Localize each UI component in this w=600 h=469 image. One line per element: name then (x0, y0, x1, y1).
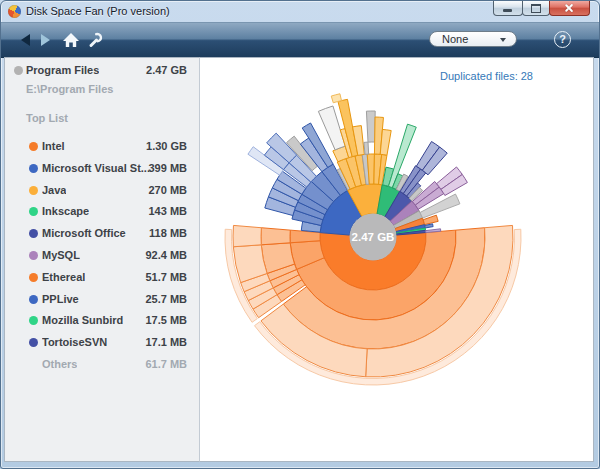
top-list-item[interactable]: Intel1.30 GB (5, 140, 199, 155)
close-icon (565, 4, 573, 12)
app-pie-icon (8, 5, 21, 18)
top-list-item[interactable]: TortoiseSVN17.1 MB (5, 336, 199, 351)
chevron-down-icon (500, 38, 506, 42)
item-color-dot-icon (29, 186, 38, 195)
item-size: 92.4 MB (145, 249, 187, 261)
window-title: Disk Space Fan (Pro version) (26, 5, 170, 17)
item-size: 17.1 MB (145, 336, 187, 348)
item-color-dot-icon (29, 164, 38, 173)
item-label: Mozilla Sunbird (42, 314, 123, 326)
close-button[interactable] (549, 1, 590, 16)
current-folder-size: 2.47 GB (146, 64, 187, 76)
maximize-icon (531, 4, 541, 13)
filter-dropdown[interactable]: None (429, 31, 517, 47)
item-size: 399 MB (148, 162, 187, 174)
item-label: Others (42, 358, 77, 370)
item-size: 51.7 MB (145, 271, 187, 283)
top-list-item[interactable]: Ethereal51.7 MB (5, 271, 199, 286)
sidebar: Program Files 2.47 GB E:\Program Files T… (4, 57, 200, 462)
top-list-item[interactable]: PPLive25.7 MB (5, 293, 199, 308)
item-size: 61.7 MB (145, 358, 187, 370)
toolbar: None ? (1, 22, 599, 58)
item-size: 1.30 GB (146, 140, 187, 152)
chart-segment[interactable] (261, 228, 290, 245)
chart-segment[interactable] (331, 94, 341, 103)
item-label: Inkscape (42, 205, 89, 217)
item-label: Intel (42, 140, 65, 152)
fan-chart[interactable]: 2.47 GB (200, 58, 594, 463)
item-label: Ethereal (42, 271, 85, 283)
title-bar[interactable]: Disk Space Fan (Pro version) (1, 1, 599, 22)
top-list-item[interactable]: MySQL92.4 MB (5, 249, 199, 264)
chart-center-label: 2.47 GB (352, 231, 395, 243)
current-folder-path: E:\Program Files (26, 83, 113, 95)
item-color-dot-icon (29, 295, 38, 304)
item-size: 270 MB (148, 184, 187, 196)
help-button[interactable]: ? (554, 31, 571, 48)
item-size: 25.7 MB (145, 293, 187, 305)
current-folder-label: Program Files (26, 64, 99, 76)
forward-button[interactable] (41, 34, 50, 46)
maximize-button[interactable] (522, 1, 550, 16)
item-color-dot-icon (29, 207, 38, 216)
top-list-item[interactable]: Others61.7 MB (5, 358, 199, 373)
settings-button[interactable] (87, 31, 105, 49)
top-list-item[interactable]: Microsoft Office118 MB (5, 227, 199, 242)
chart-segment[interactable] (233, 225, 261, 246)
item-color-dot-icon (29, 142, 38, 151)
item-label: PPLive (42, 293, 79, 305)
item-label: Microsoft Office (42, 227, 126, 239)
item-color-dot-icon (29, 229, 38, 238)
item-color-dot-icon (29, 251, 38, 260)
item-size: 118 MB (149, 227, 187, 239)
item-label: Microsoft Visual St... (42, 162, 150, 174)
item-label: MySQL (42, 249, 80, 261)
folder-color-dot-icon (14, 66, 23, 75)
chart-segment[interactable] (380, 129, 391, 155)
chart-segment[interactable] (366, 111, 375, 142)
filter-dropdown-value: None (442, 33, 468, 45)
top-list-item[interactable]: Inkscape143 MB (5, 205, 199, 220)
item-label: TortoiseSVN (42, 336, 107, 348)
item-color-dot-icon (29, 316, 38, 325)
minimize-button[interactable] (493, 1, 523, 16)
home-icon (63, 33, 79, 47)
caption-buttons (494, 1, 590, 16)
home-button[interactable] (62, 31, 80, 49)
top-list-heading: Top List (26, 112, 68, 124)
item-size: 143 MB (148, 205, 187, 217)
top-list-item[interactable]: Microsoft Visual St...399 MB (5, 162, 199, 177)
item-size: 17.5 MB (145, 314, 187, 326)
item-label: Java (42, 184, 66, 196)
top-list-item[interactable]: Mozilla Sunbird17.5 MB (5, 314, 199, 329)
item-color-dot-icon (29, 273, 38, 282)
item-color-dot-icon (29, 338, 38, 347)
top-list-item[interactable]: Java270 MB (5, 184, 199, 199)
current-folder-row[interactable]: Program Files 2.47 GB (5, 64, 199, 79)
wrench-icon (91, 34, 101, 45)
chart-segment[interactable] (364, 142, 369, 154)
chart-panel: Duplicated files: 28 2.47 GB (200, 57, 594, 462)
minimize-icon (503, 9, 512, 12)
back-button[interactable] (21, 34, 30, 46)
